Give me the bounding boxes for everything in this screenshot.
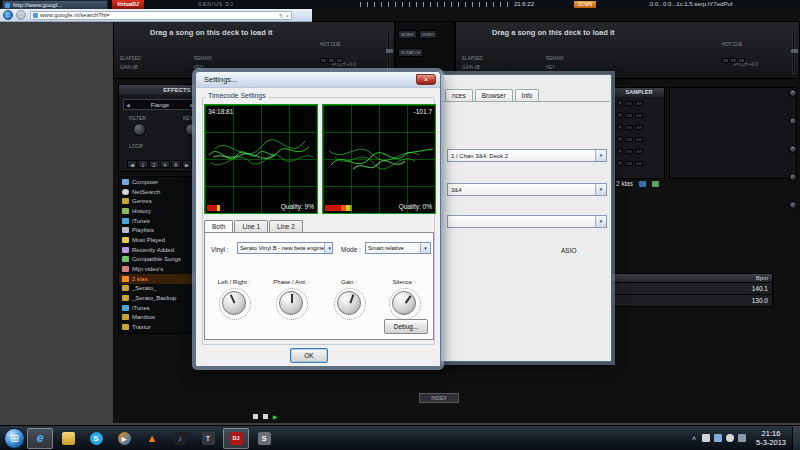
level-bar	[207, 205, 220, 211]
volume-icon[interactable]	[726, 434, 734, 442]
taskbar: ⊞ e S ▶ ▲ ♪ T DJ S ˄ 21:16 5-3-2013	[0, 425, 800, 450]
index-button[interactable]: INDEX	[419, 393, 459, 403]
clock-icon	[122, 247, 129, 253]
star-icon	[122, 237, 129, 243]
deck-right-drag-hint: Drag a song on this deck to load it	[492, 28, 615, 37]
taskbar-virtualdj[interactable]: DJ	[223, 428, 249, 449]
tray-clock[interactable]: 21:16 5-3-2013	[756, 429, 786, 448]
asio-label: ASIO	[561, 247, 577, 254]
sampler-slot[interactable]	[614, 97, 664, 109]
taskbar-ie[interactable]: e	[27, 428, 53, 449]
driver-select[interactable]: ▼	[447, 215, 607, 228]
loop-8-button[interactable]: 8	[171, 160, 181, 168]
effect-select[interactable]: ◀ Flange ▶	[123, 99, 197, 110]
url-input[interactable]: www.google.nl/search?hl= ↻ ×	[30, 11, 292, 20]
phase-anti-knob[interactable]	[279, 291, 303, 315]
mode-select[interactable]: Smart relative▼	[365, 242, 431, 254]
tab-info[interactable]: Info	[515, 89, 540, 101]
stop-icon[interactable]	[263, 414, 268, 419]
sampler-slot[interactable]	[614, 133, 664, 145]
mixer-tab[interactable]: MIXER	[398, 30, 417, 39]
forward-button[interactable]: →	[16, 10, 26, 20]
network-icon[interactable]	[714, 434, 722, 442]
tab-browser[interactable]: Browser	[475, 89, 513, 101]
channel-select[interactable]: 3&4▼	[447, 183, 607, 196]
loop-back-icon[interactable]: ◀	[127, 160, 137, 168]
vinyl-select[interactable]: Serato Vinyl B - new beta engine▼	[237, 242, 333, 254]
show-desktop-button[interactable]	[792, 426, 800, 450]
tab-partial[interactable]: nces	[445, 89, 473, 101]
loop-fwd-icon[interactable]: ▶	[182, 160, 192, 168]
taskbar-traktor[interactable]: T	[195, 428, 221, 449]
start-button[interactable]: ⊞	[4, 428, 25, 449]
serato-icon: S	[258, 432, 271, 445]
refresh-icon[interactable]: ↻	[279, 13, 284, 19]
knob[interactable]	[789, 89, 797, 97]
app-clock: 21:6:22	[514, 1, 534, 7]
skin-title: GENIUS DJ	[198, 1, 234, 7]
browser-tab[interactable]: http://www.googl...	[2, 0, 108, 9]
knob[interactable]	[789, 173, 797, 181]
taskbar-serato[interactable]: S	[251, 428, 277, 449]
loop-4-button[interactable]: 4	[160, 160, 170, 168]
sampler-slot[interactable]	[614, 109, 664, 121]
remain-label: REMAIN	[546, 56, 564, 61]
open-folder-icon	[122, 276, 129, 282]
taskbar-explorer[interactable]	[55, 428, 81, 449]
pitch-slider[interactable]	[387, 30, 390, 74]
sampler-slot[interactable]	[614, 121, 664, 133]
output-device-select[interactable]: 1 / Chan 3&4: Deck 2▼	[447, 149, 607, 162]
knob[interactable]	[789, 145, 797, 153]
left-right-label: Left / Right :	[206, 279, 262, 285]
taskbar-itunes[interactable]: ♪	[167, 428, 193, 449]
video-tab[interactable]: VIDEO	[419, 30, 437, 39]
loop-2-button[interactable]: 2	[149, 160, 159, 168]
playlist-icon	[122, 227, 129, 233]
hot-cue-buttons[interactable]	[722, 49, 746, 67]
mini-icon-green[interactable]	[652, 181, 659, 187]
prev-effect-icon[interactable]: ◀	[124, 102, 132, 108]
loop-buttons: ◀1248▶	[127, 153, 193, 171]
scratch-tab[interactable]: SCRATCH	[398, 48, 423, 57]
back-button[interactable]: ←	[3, 10, 13, 20]
mini-icon-blue[interactable]	[639, 181, 646, 187]
clear-icon[interactable]: ×	[285, 13, 289, 19]
elapsed-label: ELAPSED	[120, 56, 141, 61]
sampler-slot[interactable]	[614, 157, 664, 169]
knob[interactable]	[789, 117, 797, 125]
taskbar-skype[interactable]: S	[83, 428, 109, 449]
dialog-title-bar[interactable]: Settings... ×	[196, 72, 440, 88]
gain-knob[interactable]	[337, 291, 361, 315]
ok-button[interactable]: OK	[290, 348, 328, 363]
gain-label: Gain :	[321, 279, 377, 285]
url-tail-text: .0.0...0.0...1c.1.5.serp.tY7edPuf	[648, 1, 732, 7]
session-label: 2 klas	[616, 180, 633, 187]
language-icon[interactable]	[738, 434, 746, 442]
favicon	[33, 13, 38, 18]
sampler-slot[interactable]	[614, 145, 664, 157]
pitch-slider[interactable]	[792, 30, 795, 74]
timecode-scope-left: 34:18:81 Quality: 9%	[204, 104, 318, 214]
close-button[interactable]: ×	[416, 74, 436, 85]
timecode-settings-dialog: Settings... × Timecode Settings 34:18:81…	[195, 71, 441, 367]
filter-knob[interactable]	[133, 123, 146, 136]
action-center-icon[interactable]	[702, 434, 710, 442]
chevron-down-icon: ▼	[420, 243, 430, 253]
knob[interactable]	[789, 201, 797, 209]
forward-icon: →	[18, 13, 24, 19]
left-right-knob[interactable]	[222, 291, 246, 315]
stop-icon[interactable]	[253, 414, 258, 419]
loop-1-button[interactable]: 1	[138, 160, 148, 168]
timecode-reading: 34:18:81	[208, 108, 233, 115]
play-icon[interactable]: ▶	[273, 413, 278, 420]
download-badge[interactable]: DOWN	[574, 1, 596, 8]
silence-knob[interactable]	[392, 291, 416, 315]
virtualdj-logo: VirtualDJ	[112, 0, 144, 9]
top-strip: http://www.googl... VirtualDJ GENIUS DJ …	[0, 0, 800, 9]
debug-button[interactable]: Debug...	[384, 319, 428, 334]
hot-cue-buttons[interactable]	[320, 49, 344, 67]
ie-icon: e	[34, 432, 47, 445]
tray-expand-icon[interactable]: ˄	[692, 435, 696, 442]
taskbar-media-player[interactable]: ▶	[111, 428, 137, 449]
taskbar-vlc[interactable]: ▲	[139, 428, 165, 449]
